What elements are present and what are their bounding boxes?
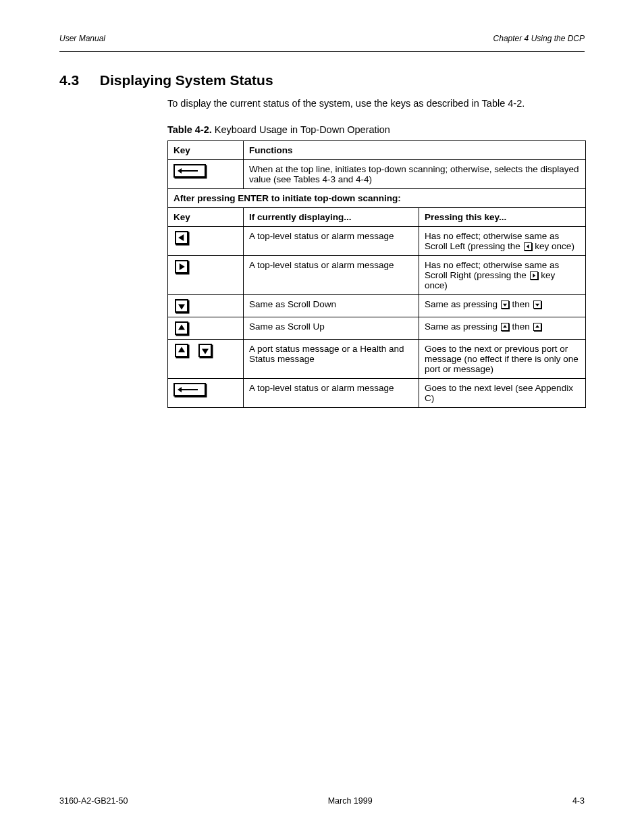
arrow-up-icon xyxy=(175,344,188,357)
section-number: 4.3 xyxy=(59,72,96,88)
arrow-down-icon xyxy=(501,301,509,309)
row-left: A top-level status or alarm message Has … xyxy=(168,227,586,256)
header-rule xyxy=(59,51,585,52)
enter-key-cell xyxy=(168,160,244,189)
row-enter2-press: Goes to the next level (see Appendix C) xyxy=(419,379,586,408)
intro-text: To display the current status of the sys… xyxy=(167,97,585,111)
row-left-press: Has no effect; otherwise same as Scroll … xyxy=(419,227,586,256)
table-header-row-2: Key If currently displaying... Pressing … xyxy=(168,208,586,227)
col-key: Key xyxy=(168,141,244,160)
col-if-displaying: If currently displaying... xyxy=(244,208,419,227)
row-up-if: Same as Scroll Up xyxy=(244,317,419,340)
col-key-2: Key xyxy=(168,208,244,227)
row-up: Same as Scroll Up Same as pressing then xyxy=(168,317,586,340)
section-heading: 4.3 Displaying System Status xyxy=(59,72,585,88)
row-enter-top: When at the top line, initiates top-down… xyxy=(168,160,586,189)
arrow-down-icon xyxy=(533,301,541,309)
table-caption: Table 4-2. Keyboard Usage in Top-Down Op… xyxy=(167,124,585,135)
row-enter-bottom: A top-level status or alarm message Goes… xyxy=(168,379,586,408)
row-up-down: A port status message or a Health and St… xyxy=(168,340,586,379)
arrow-left-icon xyxy=(524,242,532,251)
row-updown-press: Goes to the next or previous port or mes… xyxy=(419,340,586,379)
enter-key-icon xyxy=(173,164,206,178)
up-key-cell xyxy=(168,317,244,340)
row-down: Same as Scroll Down Same as pressing the… xyxy=(168,295,586,317)
section-title: Displaying System Status xyxy=(100,72,273,88)
enter-key-icon xyxy=(173,383,206,396)
row-enter-top-text: When at the top line, initiates top-down… xyxy=(244,160,586,189)
row-updown-if: A port status message or a Health and St… xyxy=(244,340,419,379)
col-pressing: Pressing this key... xyxy=(419,208,586,227)
running-header: User Manual Chapter 4 Using the DCP xyxy=(59,34,585,43)
key-function-table: Key Functions When at the top line, init… xyxy=(167,140,586,408)
page: User Manual Chapter 4 Using the DCP 4.3 … xyxy=(0,0,644,834)
footer-center: March 1999 xyxy=(328,796,373,806)
row-up-press: Same as pressing then xyxy=(419,317,586,340)
table-header-row-1: Key Functions xyxy=(168,141,586,160)
left-key-cell xyxy=(168,227,244,256)
header-left: User Manual xyxy=(59,34,105,43)
row-right-if: A top-level status or alarm message xyxy=(244,256,419,295)
table-caption-number: Table 4-2. xyxy=(167,124,212,135)
header-right: Chapter 4 Using the DCP xyxy=(493,34,585,43)
up-down-key-cell xyxy=(168,340,244,379)
row-enter2-if: A top-level status or alarm message xyxy=(244,379,419,408)
section-divider-text: After pressing ENTER to initiate top-dow… xyxy=(168,189,586,208)
col-functions: Functions xyxy=(244,141,586,160)
arrow-left-icon xyxy=(175,231,188,244)
footer-right: 4-3 xyxy=(572,796,585,806)
arrow-right-icon xyxy=(530,271,538,280)
arrow-up-icon xyxy=(175,321,188,335)
enter-key-cell-2 xyxy=(168,379,244,408)
arrow-right-icon xyxy=(175,260,188,273)
arrow-down-icon xyxy=(175,299,188,313)
footer-left: 3160-A2-GB21-50 xyxy=(59,796,128,806)
row-right-press: Has no effect; otherwise same as Scroll … xyxy=(419,256,586,295)
row-down-if: Same as Scroll Down xyxy=(244,295,419,317)
down-key-cell xyxy=(168,295,244,317)
section-divider-row: After pressing ENTER to initiate top-dow… xyxy=(168,189,586,208)
arrow-down-icon xyxy=(198,344,212,357)
arrow-up-icon xyxy=(501,323,509,331)
page-footer: 3160-A2-GB21-50 March 1999 4-3 xyxy=(59,796,585,806)
row-down-press: Same as pressing then xyxy=(419,295,586,317)
right-key-cell xyxy=(168,256,244,295)
arrow-up-icon xyxy=(533,323,541,331)
row-left-if: A top-level status or alarm message xyxy=(244,227,419,256)
row-right: A top-level status or alarm message Has … xyxy=(168,256,586,295)
table-caption-text: Keyboard Usage in Top-Down Operation xyxy=(215,124,390,135)
